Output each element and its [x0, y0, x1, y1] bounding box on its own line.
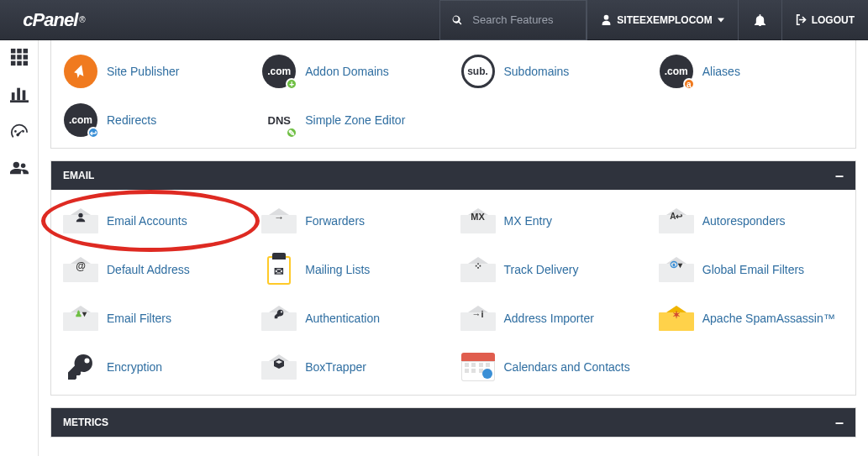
svg-rect-0 — [10, 49, 14, 54]
feature-label: Default Address — [107, 263, 190, 276]
feature-spamassassin[interactable]: ✶ Apache SpamAssassin™ — [652, 296, 850, 341]
feature-label: Site Publisher — [107, 65, 179, 78]
notifications-button[interactable] — [738, 0, 781, 40]
feature-mailing-lists[interactable]: ✉ Mailing Lists — [255, 247, 453, 292]
feature-forwarders[interactable]: → Forwarders — [255, 198, 453, 244]
search-icon — [452, 15, 462, 25]
autoresponders-icon: A↩ — [659, 203, 694, 238]
boxtrapper-icon — [261, 349, 297, 385]
svg-rect-10 — [11, 92, 14, 100]
feature-label: Mailing Lists — [305, 263, 370, 276]
panel-metrics-header[interactable]: METRICS – — [51, 408, 855, 437]
mailing-lists-icon: ✉ — [261, 252, 297, 287]
sidebar-dashboard[interactable] — [9, 121, 29, 141]
feature-encryption[interactable]: Encryption — [56, 344, 255, 390]
user-icon — [601, 14, 612, 25]
address-importer-icon: →i — [460, 301, 496, 336]
feature-label: Authentication — [305, 312, 380, 325]
feature-redirects[interactable]: .com↩ Redirects — [56, 97, 255, 143]
svg-point-13 — [13, 162, 18, 168]
track-delivery-icon: ⁘ — [460, 252, 496, 287]
feature-label: Encryption — [107, 360, 162, 374]
feature-label: Simple Zone Editor — [305, 113, 405, 127]
feature-label: Addon Domains — [305, 65, 389, 78]
svg-rect-12 — [22, 90, 25, 100]
spamassassin-icon: ✶ — [659, 301, 694, 336]
panel-email: EMAIL – Email Accounts → — [50, 160, 856, 396]
sidebar-stats[interactable] — [9, 84, 29, 104]
feature-label: Email Filters — [107, 312, 171, 325]
svg-rect-8 — [23, 61, 28, 66]
redirects-icon: .com↩ — [63, 102, 98, 138]
subdomains-icon: sub. — [460, 54, 496, 89]
global-filters-icon: ⦿▾ — [659, 252, 694, 287]
panel-email-header[interactable]: EMAIL – — [51, 161, 855, 190]
default-address-icon: @ — [63, 252, 98, 287]
svg-rect-11 — [17, 88, 20, 101]
svg-rect-6 — [10, 61, 14, 66]
feature-addon-domains[interactable]: .com+ Addon Domains — [255, 49, 453, 94]
mx-entry-icon: MX — [460, 203, 496, 238]
caret-down-icon — [718, 18, 724, 23]
logout-icon — [796, 14, 807, 25]
bell-icon — [754, 13, 766, 26]
svg-rect-3 — [10, 55, 14, 60]
feature-default-address[interactable]: @ Default Address — [56, 247, 255, 292]
panel-metrics: METRICS – — [50, 407, 856, 438]
collapse-icon[interactable]: – — [835, 171, 844, 180]
svg-rect-4 — [17, 55, 22, 60]
feature-email-accounts[interactable]: Email Accounts — [56, 198, 255, 244]
svg-rect-1 — [17, 49, 22, 54]
search-input[interactable] — [472, 13, 565, 26]
encryption-icon — [63, 349, 98, 385]
feature-subdomains[interactable]: sub. Subdomains — [454, 49, 652, 94]
sidebar-users[interactable] — [9, 158, 29, 178]
feature-label: Redirects — [107, 113, 156, 127]
account-menu[interactable]: SITEEXEMPLOCOM — [587, 0, 737, 40]
search-box[interactable] — [439, 0, 587, 40]
feature-global-email-filters[interactable]: ⦿▾ Global Email Filters — [652, 247, 850, 292]
feature-authentication[interactable]: Authentication — [255, 296, 453, 341]
site-publisher-icon — [63, 54, 98, 89]
feature-label: Global Email Filters — [702, 263, 804, 276]
svg-point-15 — [78, 213, 82, 218]
logo-reg: ® — [79, 15, 84, 24]
feature-simple-zone-editor[interactable]: DNS✎ Simple Zone Editor — [255, 97, 453, 143]
grid-icon — [9, 48, 29, 66]
panel-domains-body: Site Publisher .com+ Addon Domains sub. … — [51, 40, 855, 148]
svg-rect-7 — [17, 61, 22, 66]
feature-site-publisher[interactable]: Site Publisher — [56, 49, 255, 94]
calendars-icon — [460, 349, 496, 385]
feature-label: Address Importer — [504, 312, 594, 325]
logout-label: LOGOUT — [812, 14, 855, 26]
feature-aliases[interactable]: .coma Aliases — [652, 49, 850, 94]
feature-email-filters[interactable]: ♟▾ Email Filters — [56, 296, 255, 341]
feature-track-delivery[interactable]: ⁘ Track Delivery — [454, 247, 652, 292]
sidebar-home[interactable] — [9, 47, 29, 67]
panel-domains: Site Publisher .com+ Addon Domains sub. … — [50, 40, 856, 149]
main-content: Site Publisher .com+ Addon Domains sub. … — [39, 40, 868, 456]
logo-text: cPanel — [23, 9, 77, 31]
feature-label: Apache SpamAssassin™ — [702, 312, 835, 325]
key-icon — [66, 352, 96, 382]
feature-label: Calendars and Contacts — [504, 360, 630, 374]
logout-button[interactable]: LOGOUT — [781, 0, 868, 40]
account-label: SITEEXEMPLOCOM — [617, 14, 712, 26]
feature-label: MX Entry — [504, 214, 553, 228]
users-icon — [9, 159, 29, 177]
gauge-icon — [9, 122, 29, 140]
collapse-icon[interactable]: – — [835, 418, 844, 427]
panel-email-title: EMAIL — [63, 170, 94, 181]
forwarders-icon: → — [261, 203, 297, 238]
panel-email-body: Email Accounts → Forwarders MX MX Entry — [51, 190, 855, 395]
feature-label: Track Delivery — [504, 263, 579, 276]
panel-metrics-title: METRICS — [63, 417, 108, 428]
feature-autoresponders[interactable]: A↩ Autoresponders — [652, 198, 850, 244]
feature-mx-entry[interactable]: MX MX Entry — [454, 198, 652, 244]
feature-calendars-contacts[interactable]: Calendars and Contacts — [454, 344, 652, 390]
email-filters-icon: ♟▾ — [63, 301, 98, 336]
feature-boxtrapper[interactable]: BoxTrapper — [255, 344, 453, 390]
feature-label: Autoresponders — [702, 214, 786, 228]
feature-address-importer[interactable]: →i Address Importer — [454, 296, 652, 341]
aliases-icon: .coma — [659, 54, 694, 89]
